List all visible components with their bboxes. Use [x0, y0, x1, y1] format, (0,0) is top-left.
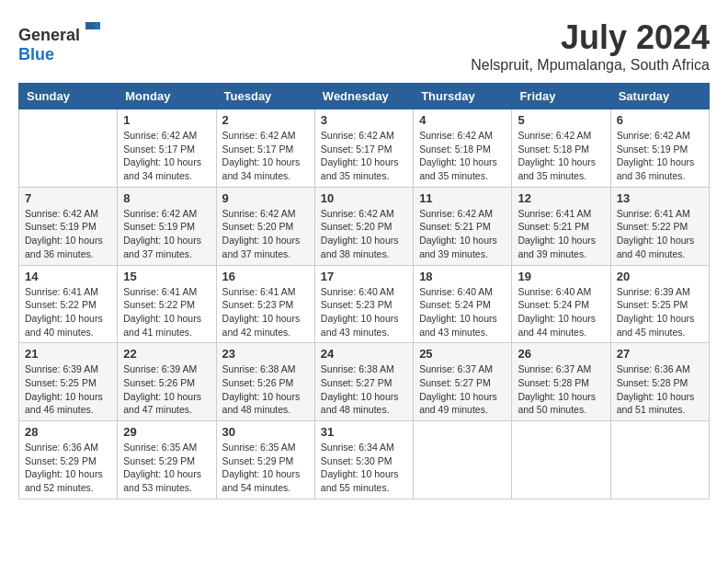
logo-text: General Blue: [18, 18, 104, 64]
calendar-table: SundayMondayTuesdayWednesdayThursdayFrid…: [18, 83, 710, 500]
day-number: 11: [419, 191, 506, 205]
day-number: 18: [419, 270, 506, 283]
calendar-cell: 1Sunrise: 6:42 AM Sunset: 5:17 PM Daylig…: [118, 109, 216, 188]
day-number: 29: [123, 425, 210, 439]
calendar-cell: 20Sunrise: 6:39 AM Sunset: 5:25 PM Dayli…: [610, 265, 709, 343]
day-info: Sunrise: 6:38 AM Sunset: 5:26 PM Dayligh…: [222, 362, 309, 417]
day-number: 9: [222, 191, 309, 205]
day-number: 23: [222, 347, 309, 361]
day-number: 19: [518, 270, 604, 283]
day-info: Sunrise: 6:42 AM Sunset: 5:17 PM Dayligh…: [123, 129, 210, 183]
day-number: 24: [321, 347, 407, 361]
calendar-cell: 9Sunrise: 6:42 AM Sunset: 5:20 PM Daylig…: [216, 187, 314, 265]
week-row-1: 1Sunrise: 6:42 AM Sunset: 5:17 PM Daylig…: [19, 109, 710, 188]
weekday-header-sunday: Sunday: [19, 84, 118, 109]
calendar-cell: 26Sunrise: 6:37 AM Sunset: 5:28 PM Dayli…: [512, 343, 610, 421]
day-number: 4: [419, 113, 506, 127]
day-number: 16: [222, 270, 309, 283]
weekday-header-saturday: Saturday: [610, 84, 709, 109]
day-info: Sunrise: 6:42 AM Sunset: 5:17 PM Dayligh…: [222, 129, 309, 183]
calendar-cell: 25Sunrise: 6:37 AM Sunset: 5:27 PM Dayli…: [414, 343, 512, 421]
day-info: Sunrise: 6:40 AM Sunset: 5:24 PM Dayligh…: [518, 285, 604, 339]
day-number: 27: [617, 347, 703, 361]
day-number: 6: [617, 113, 703, 127]
week-row-3: 14Sunrise: 6:41 AM Sunset: 5:22 PM Dayli…: [19, 265, 710, 343]
calendar-cell: 21Sunrise: 6:39 AM Sunset: 5:25 PM Dayli…: [19, 343, 118, 421]
day-number: 20: [617, 270, 703, 283]
calendar-cell: 23Sunrise: 6:38 AM Sunset: 5:26 PM Dayli…: [216, 343, 314, 421]
day-info: Sunrise: 6:39 AM Sunset: 5:25 PM Dayligh…: [25, 362, 111, 417]
logo-general: General: [18, 26, 80, 44]
day-number: 5: [518, 113, 604, 127]
day-info: Sunrise: 6:39 AM Sunset: 5:26 PM Dayligh…: [123, 362, 210, 417]
location: Nelspruit, Mpumalanga, South Africa: [471, 57, 710, 74]
logo: General Blue: [18, 18, 104, 64]
calendar-cell: [512, 421, 610, 500]
day-info: Sunrise: 6:41 AM Sunset: 5:23 PM Dayligh…: [222, 285, 309, 339]
calendar-cell: 10Sunrise: 6:42 AM Sunset: 5:20 PM Dayli…: [314, 187, 413, 265]
day-info: Sunrise: 6:42 AM Sunset: 5:17 PM Dayligh…: [321, 129, 407, 183]
week-row-2: 7Sunrise: 6:42 AM Sunset: 5:19 PM Daylig…: [19, 187, 710, 265]
day-info: Sunrise: 6:40 AM Sunset: 5:24 PM Dayligh…: [419, 285, 506, 339]
logo-blue: Blue: [18, 45, 54, 63]
day-number: 14: [25, 270, 111, 283]
day-info: Sunrise: 6:36 AM Sunset: 5:28 PM Dayligh…: [617, 362, 703, 417]
calendar-cell: 31Sunrise: 6:34 AM Sunset: 5:30 PM Dayli…: [314, 421, 413, 500]
day-info: Sunrise: 6:42 AM Sunset: 5:20 PM Dayligh…: [222, 207, 309, 261]
calendar-cell: 15Sunrise: 6:41 AM Sunset: 5:22 PM Dayli…: [118, 265, 216, 343]
calendar-cell: 8Sunrise: 6:42 AM Sunset: 5:19 PM Daylig…: [118, 187, 216, 265]
day-number: 30: [222, 425, 309, 439]
calendar-cell: 16Sunrise: 6:41 AM Sunset: 5:23 PM Dayli…: [216, 265, 314, 343]
day-number: 21: [25, 347, 111, 361]
day-number: 3: [321, 113, 407, 127]
calendar-cell: 4Sunrise: 6:42 AM Sunset: 5:18 PM Daylig…: [414, 109, 512, 188]
day-info: Sunrise: 6:42 AM Sunset: 5:18 PM Dayligh…: [419, 129, 506, 183]
day-number: 31: [321, 425, 407, 439]
weekday-header-row: SundayMondayTuesdayWednesdayThursdayFrid…: [19, 84, 710, 109]
calendar-cell: 6Sunrise: 6:42 AM Sunset: 5:19 PM Daylig…: [610, 109, 709, 188]
calendar-cell: 19Sunrise: 6:40 AM Sunset: 5:24 PM Dayli…: [512, 265, 610, 343]
day-info: Sunrise: 6:37 AM Sunset: 5:27 PM Dayligh…: [419, 362, 506, 417]
day-info: Sunrise: 6:42 AM Sunset: 5:19 PM Dayligh…: [123, 207, 210, 261]
weekday-header-thursday: Thursday: [414, 84, 512, 109]
day-info: Sunrise: 6:38 AM Sunset: 5:27 PM Dayligh…: [321, 362, 407, 417]
day-number: 25: [419, 347, 506, 361]
calendar-cell: 28Sunrise: 6:36 AM Sunset: 5:29 PM Dayli…: [19, 421, 118, 500]
day-info: Sunrise: 6:35 AM Sunset: 5:29 PM Dayligh…: [123, 441, 210, 495]
day-info: Sunrise: 6:42 AM Sunset: 5:19 PM Dayligh…: [25, 207, 111, 261]
title-area: July 2024 Nelspruit, Mpumalanga, South A…: [471, 18, 710, 74]
calendar-cell: 11Sunrise: 6:42 AM Sunset: 5:21 PM Dayli…: [414, 187, 512, 265]
day-number: 10: [321, 191, 407, 205]
day-number: 15: [123, 270, 210, 283]
day-number: 17: [321, 270, 407, 283]
day-info: Sunrise: 6:34 AM Sunset: 5:30 PM Dayligh…: [321, 441, 407, 495]
calendar-cell: 3Sunrise: 6:42 AM Sunset: 5:17 PM Daylig…: [314, 109, 413, 188]
day-info: Sunrise: 6:39 AM Sunset: 5:25 PM Dayligh…: [617, 285, 703, 339]
day-info: Sunrise: 6:37 AM Sunset: 5:28 PM Dayligh…: [518, 362, 604, 417]
calendar-cell: 30Sunrise: 6:35 AM Sunset: 5:29 PM Dayli…: [216, 421, 314, 500]
calendar-cell: 7Sunrise: 6:42 AM Sunset: 5:19 PM Daylig…: [19, 187, 118, 265]
day-info: Sunrise: 6:41 AM Sunset: 5:22 PM Dayligh…: [617, 207, 703, 261]
calendar-cell: 17Sunrise: 6:40 AM Sunset: 5:23 PM Dayli…: [314, 265, 413, 343]
day-info: Sunrise: 6:42 AM Sunset: 5:21 PM Dayligh…: [419, 207, 506, 261]
header: General Blue July 2024 Nelspruit, Mpumal…: [18, 18, 710, 74]
day-number: 8: [123, 191, 210, 205]
day-info: Sunrise: 6:40 AM Sunset: 5:23 PM Dayligh…: [321, 285, 407, 339]
weekday-header-monday: Monday: [118, 84, 216, 109]
weekday-header-wednesday: Wednesday: [314, 84, 413, 109]
calendar-cell: 18Sunrise: 6:40 AM Sunset: 5:24 PM Dayli…: [414, 265, 512, 343]
day-info: Sunrise: 6:41 AM Sunset: 5:22 PM Dayligh…: [123, 285, 210, 339]
day-number: 1: [123, 113, 210, 127]
day-info: Sunrise: 6:36 AM Sunset: 5:29 PM Dayligh…: [25, 441, 111, 495]
day-info: Sunrise: 6:41 AM Sunset: 5:22 PM Dayligh…: [25, 285, 111, 339]
month-year: July 2024: [471, 18, 710, 57]
calendar-cell: 12Sunrise: 6:41 AM Sunset: 5:21 PM Dayli…: [512, 187, 610, 265]
calendar-cell: 2Sunrise: 6:42 AM Sunset: 5:17 PM Daylig…: [216, 109, 314, 188]
calendar-cell: [610, 421, 709, 500]
day-number: 26: [518, 347, 604, 361]
calendar-cell: [414, 421, 512, 500]
svg-marker-1: [85, 22, 95, 29]
week-row-5: 28Sunrise: 6:36 AM Sunset: 5:29 PM Dayli…: [19, 421, 710, 500]
day-info: Sunrise: 6:42 AM Sunset: 5:18 PM Dayligh…: [518, 129, 604, 183]
day-info: Sunrise: 6:41 AM Sunset: 5:21 PM Dayligh…: [518, 207, 604, 261]
